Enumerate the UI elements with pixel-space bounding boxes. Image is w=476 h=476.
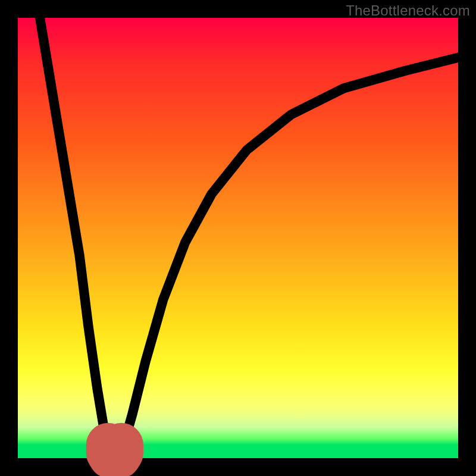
curve-left	[40, 18, 110, 456]
chart-plot-area	[18, 18, 458, 458]
chart-frame: TheBottleneck.com	[0, 0, 476, 476]
curve-right	[119, 58, 458, 456]
u-marker	[108, 445, 121, 458]
chart-svg	[18, 18, 458, 458]
watermark-text: TheBottleneck.com	[346, 2, 470, 19]
